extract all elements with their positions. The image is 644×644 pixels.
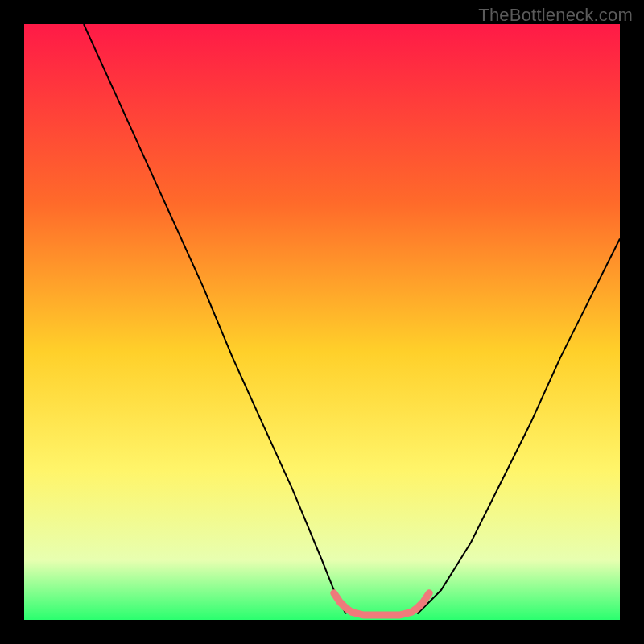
- watermark-text: TheBottleneck.com: [478, 5, 633, 26]
- heat-background: [24, 24, 620, 620]
- bottleneck-chart: [24, 24, 620, 620]
- chart-frame: TheBottleneck.com: [0, 0, 644, 644]
